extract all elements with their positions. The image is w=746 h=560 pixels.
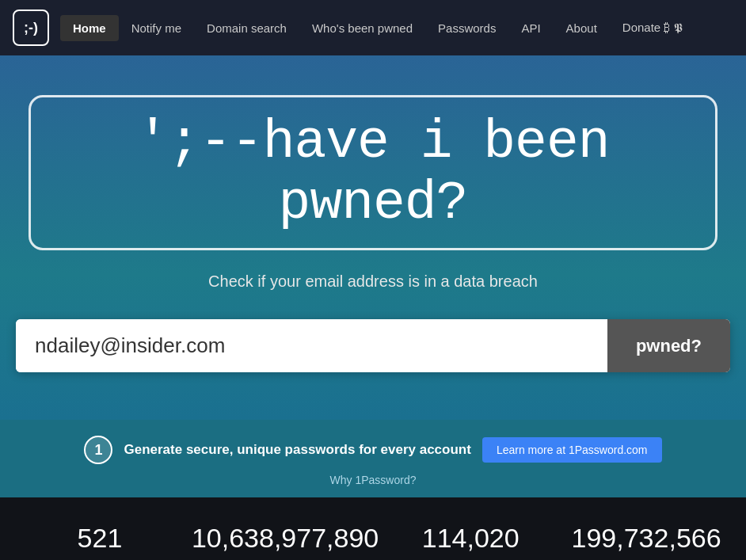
stat-item-pastes: 114,020 pastes — [386, 523, 554, 560]
site-logo[interactable]: ;-) — [13, 10, 49, 46]
stat-item-paste-accounts: 199,732,566 paste accounts — [562, 523, 730, 560]
nav-item-notify[interactable]: Notify me — [119, 15, 194, 41]
hero-section: ';--have i been pwned? Check if your ema… — [0, 55, 746, 420]
onepassword-icon-label: 1 — [94, 442, 102, 459]
search-button[interactable]: pwned? — [607, 319, 730, 372]
search-bar: pwned? — [16, 319, 730, 372]
stat-number-paste-accounts: 199,732,566 — [562, 523, 730, 554]
nav-item-whos-been-pwned[interactable]: Who's been pwned — [299, 15, 425, 41]
stat-number-pastes: 114,020 — [386, 523, 554, 554]
hero-title-box: ';--have i been pwned? — [29, 95, 717, 250]
stat-item-websites: 521 pwned websites — [16, 523, 184, 560]
onepassword-banner: 1 Generate secure, unique passwords for … — [0, 420, 746, 497]
search-input[interactable] — [16, 319, 607, 372]
stat-number-accounts: 10,638,977,890 — [192, 523, 379, 554]
nav-menu: Home Notify me Domain search Who's been … — [60, 14, 695, 41]
nav-item-home[interactable]: Home — [60, 15, 119, 41]
hero-subtitle: Check if your email address is in a data… — [208, 272, 538, 291]
nav-item-about[interactable]: About — [554, 15, 610, 41]
onepassword-message: Generate secure, unique passwords for ev… — [124, 442, 470, 458]
onepassword-row: 1 Generate secure, unique passwords for … — [84, 436, 661, 464]
nav-item-api[interactable]: API — [508, 15, 553, 41]
nav-item-donate[interactable]: Donate ₿ 𝕻 — [610, 14, 695, 41]
nav-item-domain-search[interactable]: Domain search — [194, 15, 299, 41]
hero-title: ';--have i been pwned? — [63, 112, 683, 234]
navbar: ;-) Home Notify me Domain search Who's b… — [0, 0, 746, 55]
onepassword-icon: 1 — [84, 436, 112, 464]
onepassword-learn-more-button[interactable]: Learn more at 1Password.com — [482, 437, 662, 463]
logo-text: ;-) — [24, 20, 38, 36]
onepassword-why-link[interactable]: Why 1Password? — [330, 474, 417, 486]
nav-item-passwords[interactable]: Passwords — [425, 15, 508, 41]
stat-item-accounts: 10,638,977,890 pwned accounts — [192, 523, 379, 560]
stats-bar: 521 pwned websites 10,638,977,890 pwned … — [0, 497, 746, 560]
stat-number-websites: 521 — [16, 523, 184, 554]
